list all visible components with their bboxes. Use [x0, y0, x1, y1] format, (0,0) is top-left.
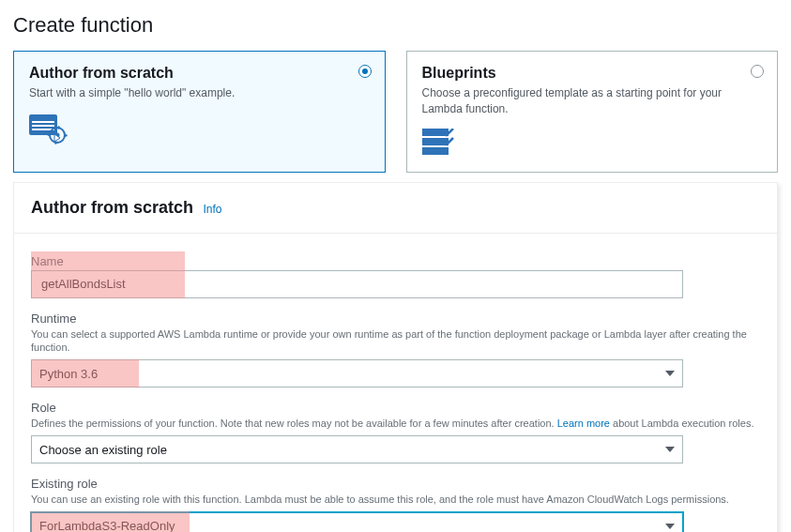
card-title: Blueprints [422, 65, 763, 82]
blueprints-icon [422, 129, 763, 160]
radio-author-from-scratch[interactable] [358, 65, 372, 78]
author-from-scratch-panel: Author from scratch Info Name Runtime Yo… [13, 182, 778, 532]
existing-role-select[interactable]: ForLambdaS3-ReadOnly [31, 512, 683, 532]
creation-option-cards: Author from scratch Start with a simple … [13, 51, 778, 173]
scratch-icon [29, 113, 370, 148]
runtime-select[interactable]: Python 3.6 [31, 359, 683, 388]
card-description: Start with a simple "hello world" exampl… [29, 85, 370, 101]
name-label: Name [31, 254, 760, 268]
card-title: Author from scratch [29, 65, 370, 82]
runtime-help: You can select a supported AWS Lambda ru… [31, 327, 760, 355]
page-title: Create function [13, 13, 778, 38]
svg-rect-1 [32, 121, 54, 123]
existing-role-value: ForLambdaS3-ReadOnly [39, 519, 175, 532]
name-input-wrap [31, 270, 683, 298]
chevron-down-icon [665, 371, 675, 376]
info-link[interactable]: Info [203, 203, 221, 216]
form-group-runtime: Runtime You can select a supported AWS L… [31, 312, 760, 388]
svg-rect-2 [32, 125, 54, 127]
form-group-name: Name [31, 254, 760, 298]
role-label: Role [31, 401, 760, 415]
name-input[interactable] [39, 276, 675, 292]
card-description: Choose a preconfigured template as a sta… [422, 85, 763, 117]
card-blueprints[interactable]: Blueprints Choose a preconfigured templa… [406, 51, 779, 173]
panel-title: Author from scratch [31, 198, 193, 217]
card-author-from-scratch[interactable]: Author from scratch Start with a simple … [13, 51, 386, 173]
chevron-down-icon [665, 447, 675, 452]
chevron-down-icon [665, 524, 675, 529]
runtime-value: Python 3.6 [39, 367, 98, 381]
existing-role-help: You can use an existing role with this f… [31, 493, 760, 506]
form-group-existing-role: Existing role You can use an existing ro… [31, 477, 760, 532]
radio-blueprints[interactable] [751, 65, 764, 78]
form-group-role: Role Defines the permissions of your fun… [31, 401, 760, 464]
panel-header: Author from scratch Info [14, 183, 777, 234]
svg-rect-9 [422, 147, 449, 155]
existing-role-label: Existing role [31, 477, 760, 491]
role-value: Choose an existing role [39, 443, 167, 457]
role-select[interactable]: Choose an existing role [31, 435, 683, 464]
runtime-label: Runtime [31, 312, 760, 326]
panel-body: Name Runtime You can select a supported … [14, 234, 777, 532]
learn-more-link[interactable]: Learn more [557, 418, 610, 429]
role-help: Defines the permissions of your function… [31, 417, 760, 430]
